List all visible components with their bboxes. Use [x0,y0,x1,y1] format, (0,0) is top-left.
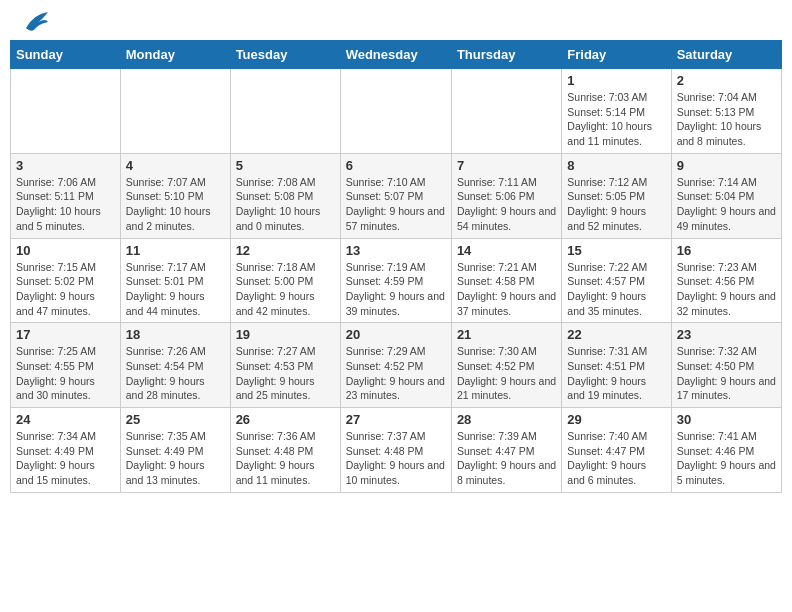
day-number: 16 [677,243,776,258]
day-number: 12 [236,243,335,258]
calendar-cell: 7Sunrise: 7:11 AM Sunset: 5:06 PM Daylig… [451,153,561,238]
day-number: 14 [457,243,556,258]
day-number: 28 [457,412,556,427]
day-info: Sunrise: 7:03 AM Sunset: 5:14 PM Dayligh… [567,90,665,149]
day-number: 4 [126,158,225,173]
calendar-cell: 16Sunrise: 7:23 AM Sunset: 4:56 PM Dayli… [671,238,781,323]
calendar-table: SundayMondayTuesdayWednesdayThursdayFrid… [10,40,782,493]
day-info: Sunrise: 7:21 AM Sunset: 4:58 PM Dayligh… [457,260,556,319]
day-info: Sunrise: 7:19 AM Sunset: 4:59 PM Dayligh… [346,260,446,319]
day-number: 7 [457,158,556,173]
day-info: Sunrise: 7:26 AM Sunset: 4:54 PM Dayligh… [126,344,225,403]
day-info: Sunrise: 7:29 AM Sunset: 4:52 PM Dayligh… [346,344,446,403]
day-info: Sunrise: 7:14 AM Sunset: 5:04 PM Dayligh… [677,175,776,234]
day-info: Sunrise: 7:40 AM Sunset: 4:47 PM Dayligh… [567,429,665,488]
day-info: Sunrise: 7:35 AM Sunset: 4:49 PM Dayligh… [126,429,225,488]
calendar-cell: 10Sunrise: 7:15 AM Sunset: 5:02 PM Dayli… [11,238,121,323]
calendar-week-row: 10Sunrise: 7:15 AM Sunset: 5:02 PM Dayli… [11,238,782,323]
day-info: Sunrise: 7:32 AM Sunset: 4:50 PM Dayligh… [677,344,776,403]
calendar-cell [120,69,230,154]
header-saturday: Saturday [671,41,781,69]
day-number: 26 [236,412,335,427]
calendar-cell: 21Sunrise: 7:30 AM Sunset: 4:52 PM Dayli… [451,323,561,408]
calendar-cell: 29Sunrise: 7:40 AM Sunset: 4:47 PM Dayli… [562,408,671,493]
day-info: Sunrise: 7:04 AM Sunset: 5:13 PM Dayligh… [677,90,776,149]
day-number: 20 [346,327,446,342]
day-info: Sunrise: 7:25 AM Sunset: 4:55 PM Dayligh… [16,344,115,403]
day-info: Sunrise: 7:22 AM Sunset: 4:57 PM Dayligh… [567,260,665,319]
day-info: Sunrise: 7:41 AM Sunset: 4:46 PM Dayligh… [677,429,776,488]
day-info: Sunrise: 7:06 AM Sunset: 5:11 PM Dayligh… [16,175,115,234]
calendar-cell: 6Sunrise: 7:10 AM Sunset: 5:07 PM Daylig… [340,153,451,238]
calendar-week-row: 24Sunrise: 7:34 AM Sunset: 4:49 PM Dayli… [11,408,782,493]
day-number: 30 [677,412,776,427]
calendar-cell [11,69,121,154]
day-number: 22 [567,327,665,342]
day-info: Sunrise: 7:27 AM Sunset: 4:53 PM Dayligh… [236,344,335,403]
day-number: 19 [236,327,335,342]
day-number: 5 [236,158,335,173]
logo-bird-icon [18,10,50,32]
day-info: Sunrise: 7:11 AM Sunset: 5:06 PM Dayligh… [457,175,556,234]
day-info: Sunrise: 7:37 AM Sunset: 4:48 PM Dayligh… [346,429,446,488]
header-wednesday: Wednesday [340,41,451,69]
day-number: 11 [126,243,225,258]
calendar-cell: 13Sunrise: 7:19 AM Sunset: 4:59 PM Dayli… [340,238,451,323]
calendar-week-row: 3Sunrise: 7:06 AM Sunset: 5:11 PM Daylig… [11,153,782,238]
day-info: Sunrise: 7:34 AM Sunset: 4:49 PM Dayligh… [16,429,115,488]
calendar-cell: 9Sunrise: 7:14 AM Sunset: 5:04 PM Daylig… [671,153,781,238]
calendar-cell: 5Sunrise: 7:08 AM Sunset: 5:08 PM Daylig… [230,153,340,238]
page-header [10,10,782,32]
day-number: 21 [457,327,556,342]
day-number: 13 [346,243,446,258]
header-tuesday: Tuesday [230,41,340,69]
day-number: 25 [126,412,225,427]
calendar-cell: 4Sunrise: 7:07 AM Sunset: 5:10 PM Daylig… [120,153,230,238]
day-number: 1 [567,73,665,88]
calendar-cell: 23Sunrise: 7:32 AM Sunset: 4:50 PM Dayli… [671,323,781,408]
day-info: Sunrise: 7:39 AM Sunset: 4:47 PM Dayligh… [457,429,556,488]
day-info: Sunrise: 7:17 AM Sunset: 5:01 PM Dayligh… [126,260,225,319]
calendar-cell [230,69,340,154]
calendar-cell: 28Sunrise: 7:39 AM Sunset: 4:47 PM Dayli… [451,408,561,493]
calendar-cell: 24Sunrise: 7:34 AM Sunset: 4:49 PM Dayli… [11,408,121,493]
header-sunday: Sunday [11,41,121,69]
calendar-week-row: 1Sunrise: 7:03 AM Sunset: 5:14 PM Daylig… [11,69,782,154]
calendar-cell: 27Sunrise: 7:37 AM Sunset: 4:48 PM Dayli… [340,408,451,493]
calendar-cell [340,69,451,154]
calendar-cell: 25Sunrise: 7:35 AM Sunset: 4:49 PM Dayli… [120,408,230,493]
day-number: 8 [567,158,665,173]
day-number: 17 [16,327,115,342]
calendar-cell: 20Sunrise: 7:29 AM Sunset: 4:52 PM Dayli… [340,323,451,408]
day-info: Sunrise: 7:36 AM Sunset: 4:48 PM Dayligh… [236,429,335,488]
day-number: 9 [677,158,776,173]
calendar-cell [451,69,561,154]
day-info: Sunrise: 7:23 AM Sunset: 4:56 PM Dayligh… [677,260,776,319]
day-number: 15 [567,243,665,258]
calendar-cell: 19Sunrise: 7:27 AM Sunset: 4:53 PM Dayli… [230,323,340,408]
header-thursday: Thursday [451,41,561,69]
day-number: 6 [346,158,446,173]
calendar-cell: 14Sunrise: 7:21 AM Sunset: 4:58 PM Dayli… [451,238,561,323]
header-monday: Monday [120,41,230,69]
header-friday: Friday [562,41,671,69]
calendar-header-row: SundayMondayTuesdayWednesdayThursdayFrid… [11,41,782,69]
day-number: 3 [16,158,115,173]
day-info: Sunrise: 7:30 AM Sunset: 4:52 PM Dayligh… [457,344,556,403]
calendar-cell: 22Sunrise: 7:31 AM Sunset: 4:51 PM Dayli… [562,323,671,408]
day-info: Sunrise: 7:07 AM Sunset: 5:10 PM Dayligh… [126,175,225,234]
day-number: 24 [16,412,115,427]
day-number: 29 [567,412,665,427]
day-number: 18 [126,327,225,342]
day-info: Sunrise: 7:31 AM Sunset: 4:51 PM Dayligh… [567,344,665,403]
day-number: 27 [346,412,446,427]
calendar-cell: 12Sunrise: 7:18 AM Sunset: 5:00 PM Dayli… [230,238,340,323]
calendar-cell: 15Sunrise: 7:22 AM Sunset: 4:57 PM Dayli… [562,238,671,323]
day-number: 23 [677,327,776,342]
day-info: Sunrise: 7:18 AM Sunset: 5:00 PM Dayligh… [236,260,335,319]
day-number: 10 [16,243,115,258]
calendar-cell: 8Sunrise: 7:12 AM Sunset: 5:05 PM Daylig… [562,153,671,238]
calendar-cell: 11Sunrise: 7:17 AM Sunset: 5:01 PM Dayli… [120,238,230,323]
day-info: Sunrise: 7:08 AM Sunset: 5:08 PM Dayligh… [236,175,335,234]
calendar-cell: 1Sunrise: 7:03 AM Sunset: 5:14 PM Daylig… [562,69,671,154]
